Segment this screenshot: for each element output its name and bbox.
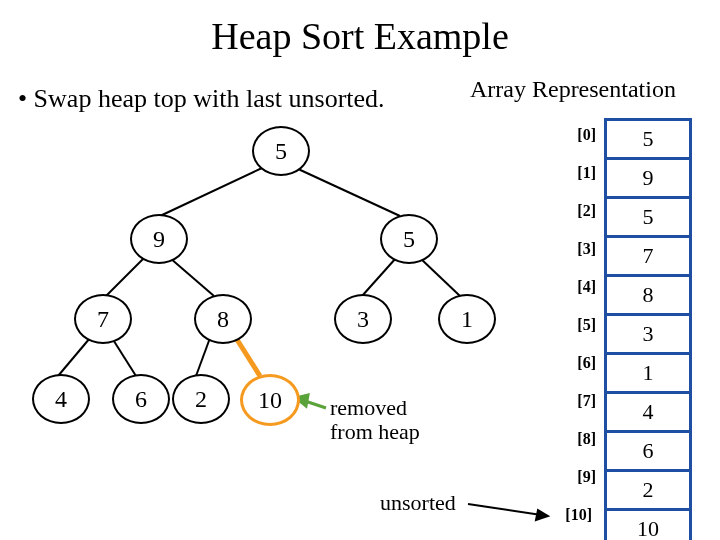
svg-marker-13 xyxy=(536,510,548,520)
svg-line-12 xyxy=(468,504,548,516)
node-7: 4 xyxy=(32,374,90,424)
tree-edges-svg xyxy=(0,0,720,540)
node-6: 1 xyxy=(438,294,496,344)
node-1: 9 xyxy=(130,214,188,264)
node-9: 2 xyxy=(172,374,230,424)
svg-line-6 xyxy=(58,338,90,376)
node-0: 5 xyxy=(252,126,310,176)
node-4: 8 xyxy=(194,294,252,344)
svg-line-5 xyxy=(420,258,460,296)
svg-line-3 xyxy=(170,258,214,296)
node-10-removed: 10 xyxy=(240,374,300,426)
node-5: 3 xyxy=(334,294,392,344)
svg-line-9 xyxy=(236,338,260,376)
svg-line-4 xyxy=(362,258,396,296)
node-8: 6 xyxy=(112,374,170,424)
node-3: 7 xyxy=(74,294,132,344)
svg-line-2 xyxy=(106,258,144,296)
node-2: 5 xyxy=(380,214,438,264)
svg-line-8 xyxy=(196,338,210,376)
svg-line-7 xyxy=(112,338,136,376)
svg-line-0 xyxy=(160,168,262,216)
svg-line-1 xyxy=(296,168,400,216)
